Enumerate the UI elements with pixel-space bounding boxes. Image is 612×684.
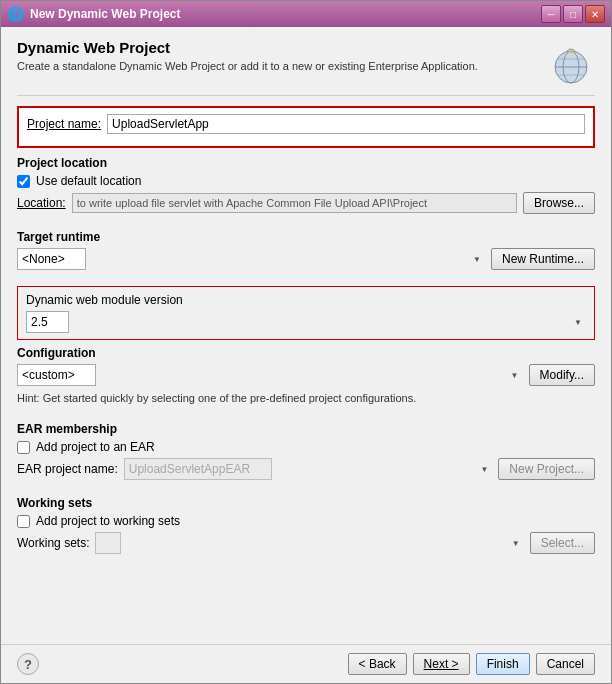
module-version-inner: 2.5 — [26, 311, 586, 333]
page-title: Dynamic Web Project — [17, 39, 478, 56]
module-version-select-wrapper: 2.5 — [26, 311, 586, 333]
hint-text: Hint: Get started quickly by selecting o… — [17, 392, 595, 404]
help-icon[interactable]: ? — [17, 653, 39, 675]
ear-project-name-row: EAR project name: UploadServletAppEAR Ne… — [17, 458, 595, 480]
runtime-select[interactable]: <None> — [17, 248, 86, 270]
module-version-title: Dynamic web module version — [26, 293, 586, 307]
ear-project-name-label: EAR project name: — [17, 462, 118, 476]
back-button[interactable]: < Back — [348, 653, 407, 675]
runtime-row: <None> New Runtime... — [17, 248, 595, 270]
use-default-location-row: Use default location — [17, 174, 595, 188]
project-name-section: Project name: — [17, 106, 595, 148]
new-project-button[interactable]: New Project... — [498, 458, 595, 480]
window: 🌐 New Dynamic Web Project ─ □ ✕ Dynamic … — [0, 0, 612, 684]
add-ear-checkbox[interactable] — [17, 441, 30, 454]
main-content: Dynamic Web Project Create a standalone … — [1, 27, 611, 644]
maximize-button[interactable]: □ — [563, 5, 583, 23]
titlebar-left: 🌐 New Dynamic Web Project — [7, 6, 181, 22]
new-runtime-button[interactable]: New Runtime... — [491, 248, 595, 270]
target-runtime-section: Target runtime <None> New Runtime... — [17, 230, 595, 276]
page-description: Create a standalone Dynamic Web Project … — [17, 60, 478, 72]
module-version-section: Dynamic web module version 2.5 — [17, 286, 595, 340]
working-sets-select-wrapper — [95, 532, 523, 554]
add-working-sets-checkbox[interactable] — [17, 515, 30, 528]
titlebar: 🌐 New Dynamic Web Project ─ □ ✕ — [1, 1, 611, 27]
add-working-sets-label: Add project to working sets — [36, 514, 180, 528]
ear-membership-section: EAR membership Add project to an EAR EAR… — [17, 422, 595, 486]
ear-membership-title: EAR membership — [17, 422, 595, 436]
titlebar-controls: ─ □ ✕ — [541, 5, 605, 23]
next-button[interactable]: Next > — [413, 653, 470, 675]
project-name-row: Project name: — [27, 114, 585, 134]
working-sets-select[interactable] — [95, 532, 121, 554]
configuration-select-wrapper: <custom> — [17, 364, 523, 386]
configuration-select[interactable]: <custom> — [17, 364, 96, 386]
close-button[interactable]: ✕ — [585, 5, 605, 23]
working-sets-title: Working sets — [17, 496, 595, 510]
browse-button[interactable]: Browse... — [523, 192, 595, 214]
cancel-button[interactable]: Cancel — [536, 653, 595, 675]
modify-button[interactable]: Modify... — [529, 364, 595, 386]
add-working-sets-row: Add project to working sets — [17, 514, 595, 528]
finish-button[interactable]: Finish — [476, 653, 530, 675]
project-name-label: Project name: — [27, 117, 101, 131]
module-version-select[interactable]: 2.5 — [26, 311, 69, 333]
use-default-location-checkbox[interactable] — [17, 175, 30, 188]
configuration-row: <custom> Modify... — [17, 364, 595, 386]
ear-project-name-select[interactable]: UploadServletAppEAR — [124, 458, 272, 480]
footer-buttons: < Back Next > Finish Cancel — [348, 653, 595, 675]
location-input[interactable] — [72, 193, 517, 213]
working-sets-row: Working sets: Select... — [17, 532, 595, 554]
page-header-text: Dynamic Web Project Create a standalone … — [17, 39, 478, 72]
project-location-title: Project location — [17, 156, 595, 170]
project-location-section: Project location Use default location Lo… — [17, 156, 595, 220]
location-row: Location: Browse... — [17, 192, 595, 214]
add-ear-label: Add project to an EAR — [36, 440, 155, 454]
add-ear-row: Add project to an EAR — [17, 440, 595, 454]
working-sets-label: Working sets: — [17, 536, 89, 550]
footer: ? < Back Next > Finish Cancel — [1, 644, 611, 683]
configuration-section: Configuration <custom> Modify... Hint: G… — [17, 346, 595, 412]
target-runtime-title: Target runtime — [17, 230, 595, 244]
use-default-location-label: Use default location — [36, 174, 141, 188]
minimize-button[interactable]: ─ — [541, 5, 561, 23]
runtime-select-wrapper: <None> — [17, 248, 485, 270]
location-label: Location: — [17, 196, 66, 210]
select-button[interactable]: Select... — [530, 532, 595, 554]
window-title: New Dynamic Web Project — [30, 7, 181, 21]
project-name-input[interactable] — [107, 114, 585, 134]
window-icon: 🌐 — [7, 6, 24, 22]
ear-project-name-select-wrapper: UploadServletAppEAR — [124, 458, 493, 480]
page-header: Dynamic Web Project Create a standalone … — [17, 39, 595, 96]
header-globe-icon — [547, 39, 595, 87]
configuration-title: Configuration — [17, 346, 595, 360]
working-sets-section: Working sets Add project to working sets… — [17, 496, 595, 560]
